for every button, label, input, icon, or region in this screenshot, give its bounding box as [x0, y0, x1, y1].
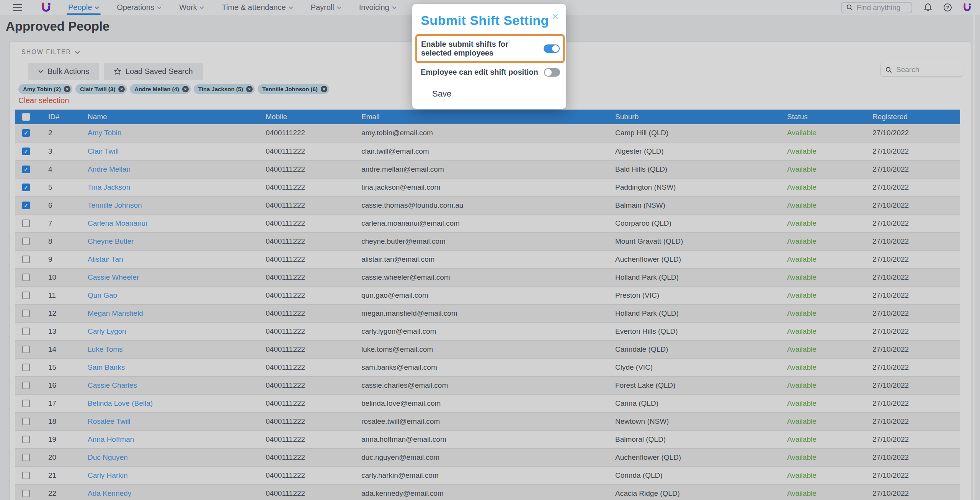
- annotation-highlight: Enable submit shifts for selected employ…: [415, 34, 565, 63]
- save-button[interactable]: Save: [432, 89, 451, 99]
- setting-label: Enable submit shifts for selected employ…: [421, 40, 538, 57]
- submit-shift-setting-modal: Submit Shift Setting × Enable submit shi…: [412, 4, 566, 109]
- setting-label: Employee can edit shift position: [421, 68, 538, 77]
- modal-title: Submit Shift Setting: [421, 13, 561, 28]
- enable-submit-shifts-toggle[interactable]: [544, 44, 560, 53]
- app-root: People Operations Work Time & attendance…: [0, 0, 980, 500]
- close-icon[interactable]: ×: [552, 11, 559, 22]
- setting-row-edit-shift-position: Employee can edit shift position: [421, 68, 560, 77]
- edit-shift-position-toggle[interactable]: [544, 68, 560, 77]
- setting-row-enable-submit-shifts: Enable submit shifts for selected employ…: [421, 40, 560, 57]
